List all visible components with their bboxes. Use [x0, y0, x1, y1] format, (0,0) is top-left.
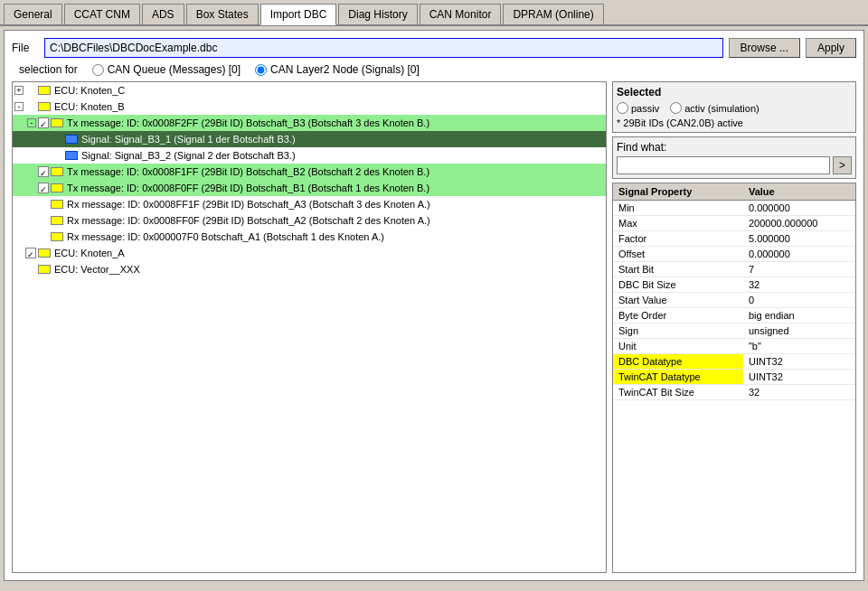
signal-props-table: Signal Property Value Min0.000000Max2000…	[613, 183, 855, 400]
signal-prop-row: Byte Orderbig endian	[613, 308, 855, 324]
signal-prop-row: Start Bit7	[613, 262, 855, 277]
radio-can-queue[interactable]: CAN Queue (Messages) [0]	[92, 63, 241, 76]
selected-section: Selected passiv activ (simulation) * 29B…	[612, 81, 856, 133]
props-panel: Selected passiv activ (simulation) * 29B…	[612, 81, 856, 573]
tab-box-states[interactable]: Box States	[186, 4, 259, 24]
tree-panel[interactable]: +ECU: Knoten_C-ECU: Knoten_B-Tx message:…	[12, 81, 607, 573]
tree-item-text: Tx message: ID: 0x0008F0FF (29Bit ID) Bo…	[67, 181, 429, 195]
prop-value: big endian	[743, 308, 855, 324]
signal-prop-row: TwinCAT DatatypeUINT32	[613, 370, 855, 385]
prop-value: 0	[743, 293, 855, 308]
folder-icon	[51, 200, 63, 209]
tree-row[interactable]: Signal: Signal_B3_1 (Signal 1 der Botsch…	[13, 131, 606, 147]
find-row: >	[617, 156, 852, 174]
tree-row[interactable]: Rx message: ID: 0x0008FF0F (29Bit ID) Bo…	[13, 212, 606, 229]
tree-row[interactable]: Tx message: ID: 0x0008F1FF (29Bit ID) Bo…	[13, 164, 606, 180]
tree-item-text: Rx message: ID: 0x0008FF1F (29Bit ID) Bo…	[67, 197, 430, 211]
prop-value: 0.000000	[743, 201, 855, 216]
radio-can-queue-label: CAN Queue (Messages) [0]	[108, 63, 241, 76]
signal-prop-row: Factor5.000000	[613, 231, 855, 247]
tree-row[interactable]: Rx message: ID: 0x000007F0 Botschaft_A1 …	[13, 229, 606, 245]
tree-checkbox[interactable]	[25, 248, 36, 258]
radio-can-layer2[interactable]: CAN Layer2 Node (Signals) [0]	[255, 63, 420, 76]
tree-row[interactable]: Signal: Signal_B3_2 (Signal 2 der Botsch…	[13, 147, 606, 164]
signal-prop-row: Signunsigned	[613, 324, 855, 339]
radio-can-layer2-label: CAN Layer2 Node (Signals) [0]	[270, 63, 420, 76]
prop-name: TwinCAT Datatype	[613, 370, 743, 385]
tree-row[interactable]: Tx message: ID: 0x0008F0FF (29Bit ID) Bo…	[13, 180, 606, 196]
col-header-property: Signal Property	[613, 183, 743, 201]
prop-name: Offset	[613, 247, 743, 262]
tree-item-text: ECU: Knoten_C	[54, 83, 125, 98]
signal-prop-row: DBC DatatypeUINT32	[613, 354, 855, 370]
prop-name: Start Bit	[613, 262, 743, 277]
tree-row[interactable]: -ECU: Knoten_B	[13, 98, 606, 115]
prop-name: DBC Datatype	[613, 354, 743, 370]
prop-name: Max	[613, 216, 743, 231]
radio-activ[interactable]: activ (simulation)	[670, 102, 760, 114]
signal-icon	[65, 151, 78, 160]
prop-name: Byte Order	[613, 308, 743, 324]
tree-item-text: Signal: Signal_B3_1 (Signal 1 der Botsch…	[81, 132, 296, 146]
apply-button[interactable]: Apply	[806, 38, 856, 58]
tree-checkbox[interactable]	[38, 166, 49, 177]
prop-name: Start Value	[613, 293, 743, 308]
expand-icon[interactable]: -	[14, 102, 24, 111]
find-button[interactable]: >	[833, 156, 852, 174]
radio-row: passiv activ (simulation)	[617, 102, 852, 114]
selection-row: selection for CAN Queue (Messages) [0] C…	[12, 63, 856, 76]
tree-item-text: Tx message: ID: 0x0008F1FF (29Bit ID) Bo…	[67, 164, 429, 179]
tab-general[interactable]: General	[4, 4, 62, 24]
tree-checkbox[interactable]	[38, 183, 49, 193]
tree-row[interactable]: Rx message: ID: 0x0008FF1F (29Bit ID) Bo…	[13, 196, 606, 212]
selection-label: selection for	[19, 63, 78, 76]
tree-row[interactable]: ECU: Vector__XXX	[13, 261, 606, 277]
tree-checkbox[interactable]	[38, 117, 49, 128]
folder-icon	[51, 232, 63, 241]
folder-icon	[51, 216, 63, 225]
prop-value: 32	[743, 277, 855, 293]
prop-name: Factor	[613, 231, 743, 247]
prop-value: 0.000000	[743, 247, 855, 262]
tree-item-text: Tx message: ID: 0x0008F2FF (29Bit ID) Bo…	[67, 116, 429, 130]
tree-item-text: ECU: Vector__XXX	[54, 262, 140, 277]
prop-value: unsigned	[743, 324, 855, 339]
prop-name: Min	[613, 201, 743, 216]
folder-icon	[38, 102, 51, 111]
tab-import-dbc[interactable]: Import DBC	[260, 4, 337, 25]
tab-diag-history[interactable]: Diag History	[338, 4, 417, 24]
signal-prop-row: Start Value0	[613, 293, 855, 308]
tab-can-monitor[interactable]: CAN Monitor	[420, 4, 502, 24]
prop-value: "b"	[743, 339, 855, 354]
main-content: File Browse ... Apply selection for CAN …	[4, 30, 864, 581]
folder-icon	[38, 249, 51, 258]
browse-button[interactable]: Browse ...	[729, 38, 800, 58]
content-area: +ECU: Knoten_C-ECU: Knoten_B-Tx message:…	[12, 81, 856, 573]
activ-label: activ (simulation)	[684, 103, 760, 114]
prop-name: TwinCAT Bit Size	[613, 385, 743, 400]
expand-icon[interactable]: +	[14, 86, 24, 95]
find-input[interactable]	[617, 156, 830, 174]
find-label: Find what:	[617, 141, 852, 154]
file-input[interactable]	[44, 38, 723, 58]
prop-name: DBC Bit Size	[613, 277, 743, 293]
tree-row[interactable]: ECU: Knoten_A	[13, 245, 606, 261]
radio-passiv[interactable]: passiv	[617, 102, 659, 114]
tab-ads[interactable]: ADS	[142, 4, 184, 24]
prop-value: UINT32	[743, 370, 855, 385]
tree-row[interactable]: +ECU: Knoten_C	[13, 82, 606, 98]
tab-dpram-online[interactable]: DPRAM (Online)	[503, 4, 603, 24]
expand-icon[interactable]: -	[27, 118, 36, 127]
prop-value: UINT32	[743, 354, 855, 370]
tree-row[interactable]: -Tx message: ID: 0x0008F2FF (29Bit ID) B…	[13, 115, 606, 131]
signal-prop-row: DBC Bit Size32	[613, 277, 855, 293]
tab-ccat-cnm[interactable]: CCAT CNM	[64, 4, 140, 24]
prop-value: 32	[743, 385, 855, 400]
signal-prop-row: Unit"b"	[613, 339, 855, 354]
tree-item-text: ECU: Knoten_A	[54, 246, 125, 260]
active-note: * 29Bit IDs (CAN2.0B) active	[617, 117, 852, 128]
folder-icon	[38, 265, 51, 274]
signal-prop-row: TwinCAT Bit Size32	[613, 385, 855, 400]
find-section: Find what: >	[612, 136, 856, 179]
col-header-value: Value	[743, 183, 855, 201]
